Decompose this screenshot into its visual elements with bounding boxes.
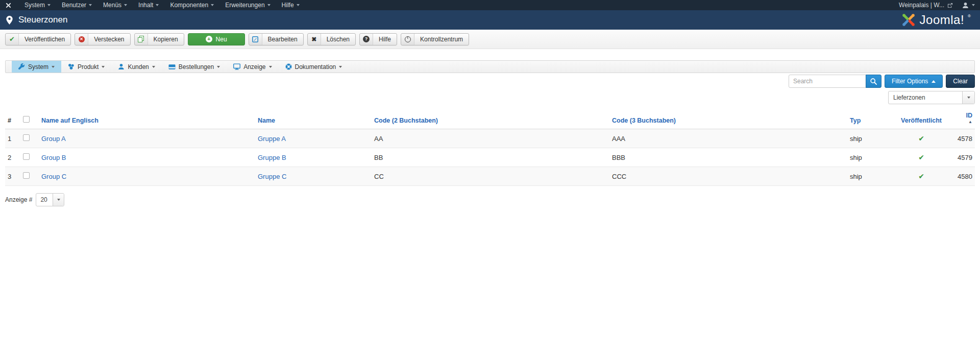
search-input[interactable] <box>789 75 866 88</box>
zone-name-link[interactable]: Gruppe C <box>258 173 286 180</box>
sort-name-link[interactable]: Name <box>258 117 275 124</box>
menubar-item-hilfe[interactable]: Hilfe <box>276 0 305 10</box>
sort-name-en-link[interactable]: Name auf Englisch <box>41 117 99 124</box>
zone-type: ship <box>847 148 898 167</box>
publish-button[interactable]: ✔ Veröffentlichen <box>5 33 71 45</box>
published-check-icon[interactable]: ✔ <box>918 153 924 161</box>
menubar-item-komponenten[interactable]: Komponenten <box>164 0 219 10</box>
clear-button[interactable]: Clear <box>946 75 975 88</box>
menubar-item-label: Menüs <box>103 2 121 9</box>
component-menu-dokumentation[interactable]: Dokumentation <box>279 61 349 73</box>
sort-code2-link[interactable]: Code (2 Buchstaben) <box>374 117 438 124</box>
dashboard-icon <box>401 34 414 45</box>
published-check-icon[interactable]: ✔ <box>918 172 924 180</box>
external-link-icon <box>947 3 953 8</box>
map-pin-icon <box>6 16 13 25</box>
row-checkbox[interactable] <box>23 172 30 179</box>
zone-name-link[interactable]: Gruppe A <box>258 135 286 143</box>
menubar-item-inhalt[interactable]: Inhalt <box>133 0 164 10</box>
select-all-checkbox[interactable] <box>23 116 30 123</box>
filter-bar: Filter Options Clear <box>5 75 975 88</box>
menubar-item-system[interactable]: System <box>19 0 56 10</box>
user-menu[interactable] <box>962 2 975 9</box>
joomla-logo-icon <box>901 12 916 28</box>
sort-published-link[interactable]: Veröffentlicht <box>901 117 942 124</box>
page-header: Steuerzonen Joomla!® <box>0 10 980 30</box>
view-site-link[interactable]: Weinpalais | W... <box>899 2 953 9</box>
chevron-down-icon <box>267 4 271 6</box>
menubar-item-label: Komponenten <box>170 2 208 9</box>
component-menu-anzeige[interactable]: Anzeige <box>227 61 278 73</box>
component-menu-system[interactable]: System <box>12 61 61 73</box>
card-icon <box>168 64 176 70</box>
help-ring-icon <box>285 63 292 70</box>
registered-mark: ® <box>968 14 971 18</box>
component-menu-kunden[interactable]: Kunden <box>111 61 161 73</box>
zone-code2: AA <box>372 129 609 148</box>
filter-options-button[interactable]: Filter Options <box>885 75 943 88</box>
zone-name-en-link[interactable]: Group C <box>41 173 66 180</box>
menubar-item-label: Erweiterungen <box>225 2 264 9</box>
search-button[interactable] <box>866 75 881 88</box>
component-menu-bestellungen[interactable]: Bestellungen <box>162 61 227 73</box>
header-code3: Code (3 Buchstaben) <box>609 110 847 129</box>
row-checkbox[interactable] <box>23 134 30 141</box>
menubar-item-erweiterungen[interactable]: Erweiterungen <box>219 0 276 10</box>
header-name: Name <box>255 110 372 129</box>
menubar-item-label: Hilfe <box>282 2 294 9</box>
zone-name-link[interactable]: Gruppe B <box>258 154 286 161</box>
display-icon <box>233 63 240 70</box>
edit-button[interactable]: Bearbeiten <box>249 33 304 45</box>
row-checkbox[interactable] <box>23 153 30 160</box>
control-panel-button[interactable]: Kontrollzentrum <box>401 33 469 45</box>
zone-code3: BBB <box>609 148 847 167</box>
search-icon <box>870 78 877 85</box>
chevron-down-icon <box>57 199 60 201</box>
sort-asc-icon: ▲ <box>947 120 972 124</box>
copy-button[interactable]: Kopieren <box>134 33 184 45</box>
site-name: Weinpalais | W... <box>899 2 944 9</box>
published-check-icon[interactable]: ✔ <box>918 134 924 143</box>
chevron-down-icon <box>339 66 342 68</box>
user-icon <box>962 2 969 9</box>
zone-id: 4579 <box>944 148 975 167</box>
new-button[interactable]: + Neu <box>188 33 245 45</box>
sort-code3-link[interactable]: Code (3 Buchstaben) <box>612 117 676 124</box>
table-row: 3 Group C Gruppe C CC CCC ship ✔ 4580 <box>5 167 975 186</box>
joomla-logo-text: Joomla! <box>920 13 965 27</box>
list-limit-label: Anzeige # <box>5 196 32 203</box>
zone-code2: CC <box>372 167 609 186</box>
help-button[interactable]: ? Hilfe <box>359 33 397 45</box>
table-header-row: # Name auf Englisch Name Code (2 Buchsta… <box>5 110 975 129</box>
zone-code3: AAA <box>609 129 847 148</box>
admin-menubar: System Benutzer Menüs Inhalt Komponenten… <box>0 0 980 10</box>
copy-icon <box>135 34 148 45</box>
chevron-down-icon <box>269 66 272 68</box>
menubar-item-label: Inhalt <box>138 2 153 9</box>
zone-code3: CCC <box>609 167 847 186</box>
tax-zones-table: # Name auf Englisch Name Code (2 Buchsta… <box>5 110 975 186</box>
row-num: 3 <box>5 167 20 186</box>
list-limit-select[interactable]: 20 <box>36 193 64 206</box>
sort-id-link[interactable]: ID <box>966 112 973 119</box>
joomla-brand-icon[interactable] <box>5 2 12 9</box>
menubar-item-label: Benutzer <box>62 2 86 9</box>
chevron-down-icon <box>217 66 220 68</box>
chevron-down-icon <box>967 97 970 99</box>
component-menu-produkt[interactable]: Produkt <box>61 61 111 73</box>
menubar-item-menus[interactable]: Menüs <box>97 0 133 10</box>
chevron-down-icon <box>124 4 127 6</box>
menubar-item-benutzer[interactable]: Benutzer <box>56 0 97 10</box>
zone-name-en-link[interactable]: Group B <box>41 154 66 161</box>
delete-button[interactable]: ✖ Löschen <box>307 33 356 45</box>
list-limit-row: Anzeige # 20 <box>5 193 975 206</box>
unpublish-icon: ✕ <box>75 34 88 45</box>
zone-id: 4578 <box>944 129 975 148</box>
select-caret <box>53 194 64 206</box>
zone-filter-row: Lieferzonen <box>5 91 975 104</box>
sort-typ-link[interactable]: Typ <box>850 117 861 124</box>
chevron-down-icon <box>52 66 55 68</box>
zone-select[interactable]: Lieferzonen <box>888 91 975 104</box>
zone-name-en-link[interactable]: Group A <box>41 135 66 143</box>
hide-button[interactable]: ✕ Verstecken <box>75 33 130 45</box>
